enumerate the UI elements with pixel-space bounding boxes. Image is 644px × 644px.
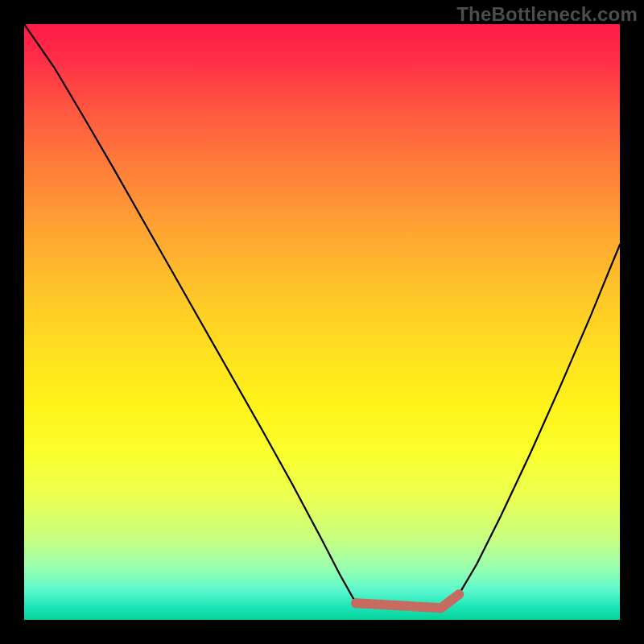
bottleneck-curve-path	[24, 24, 620, 608]
chart-frame: TheBottleneck.com	[0, 0, 644, 644]
chart-svg	[24, 24, 620, 620]
optimal-range-path	[356, 594, 459, 608]
optimal-point-marker	[351, 598, 361, 608]
plot-area	[24, 24, 620, 620]
watermark-label: TheBottleneck.com	[456, 3, 638, 26]
